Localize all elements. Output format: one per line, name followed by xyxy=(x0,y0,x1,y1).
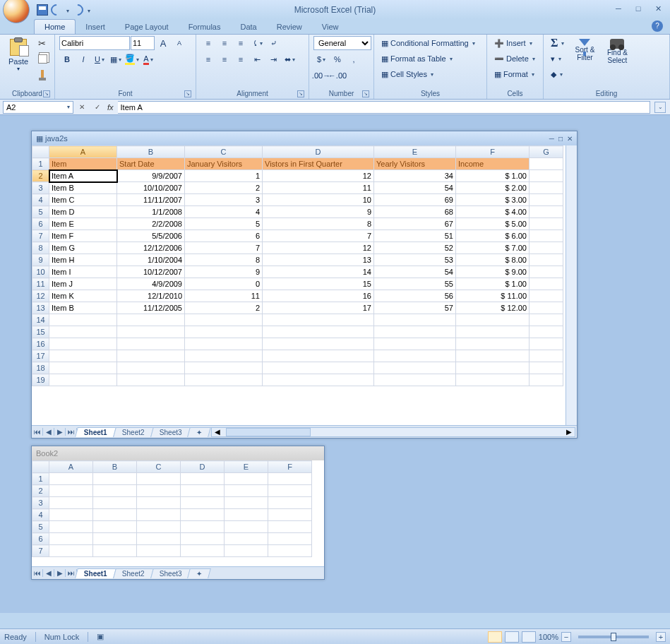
wb2-titlebar[interactable]: Book2 xyxy=(32,446,324,460)
fx-icon[interactable]: fx xyxy=(107,103,114,112)
wb2-sheet2-tab[interactable]: Sheet2 xyxy=(113,568,153,578)
tab-home[interactable]: Home xyxy=(34,19,76,34)
border-button[interactable]: ▦ xyxy=(108,52,124,66)
zoom-in-button[interactable]: + xyxy=(656,632,666,642)
format-cells-button[interactable]: ▦Format xyxy=(491,67,539,81)
wrap-text-button[interactable]: ⤶ xyxy=(265,36,281,50)
tab-formulas[interactable]: Formulas xyxy=(179,20,231,34)
expand-formula-bar[interactable]: ⌄ xyxy=(654,102,666,113)
decrease-decimal-button[interactable]: ←.00 xyxy=(330,68,345,83)
font-launcher[interactable]: ↘ xyxy=(184,90,191,97)
page-layout-view-button[interactable] xyxy=(505,631,519,643)
format-painter-button[interactable] xyxy=(35,67,50,81)
increase-decimal-button[interactable]: .00→ xyxy=(313,68,329,83)
paste-icon xyxy=(10,39,27,56)
cell-styles-button[interactable]: ▦Cell Styles xyxy=(378,67,482,81)
macro-record-icon[interactable]: ▣ xyxy=(97,632,104,641)
zoom-level[interactable]: 100% xyxy=(539,633,558,641)
underline-button[interactable]: U xyxy=(92,52,107,66)
wb2-tab-prev[interactable]: ◀ xyxy=(43,569,54,577)
font-size-input[interactable] xyxy=(131,36,155,50)
wb1-vscroll[interactable] xyxy=(566,145,577,425)
font-name-input[interactable] xyxy=(59,36,130,50)
tab-review[interactable]: Review xyxy=(267,20,312,34)
maximize-button[interactable]: □ xyxy=(630,3,646,14)
wb2-tab-next[interactable]: ▶ xyxy=(54,569,66,577)
font-color-button[interactable]: A xyxy=(140,52,156,66)
wb1-close[interactable]: ✕ xyxy=(567,135,573,143)
grow-font-button[interactable]: A xyxy=(155,36,171,50)
merge-center-button[interactable]: ⬌ xyxy=(282,52,297,66)
increase-indent-button[interactable]: ⇥ xyxy=(265,52,281,66)
wb1-grid[interactable]: ABCDEFG1ItemStart DateJanuary VisitorsVi… xyxy=(32,145,563,386)
comma-button[interactable]: , xyxy=(346,52,361,66)
find-select-button[interactable]: Find & Select xyxy=(602,36,632,64)
status-numlock: Num Lock xyxy=(44,633,80,641)
cut-button[interactable]: ✂ xyxy=(35,36,50,50)
wb1-maximize[interactable]: □ xyxy=(558,135,563,143)
wb1-new-sheet-tab[interactable]: ✦ xyxy=(187,427,211,437)
tab-insert[interactable]: Insert xyxy=(76,20,115,34)
formula-input[interactable] xyxy=(118,101,650,114)
group-number: General $ % , .00→ ←.00 Number↘ xyxy=(309,35,374,99)
close-button[interactable]: ✕ xyxy=(650,3,666,14)
sort-filter-button[interactable]: Sort & Filter xyxy=(570,36,599,61)
wb2-sheet1-tab[interactable]: Sheet1 xyxy=(75,568,116,578)
shrink-font-button[interactable]: A xyxy=(172,36,187,50)
conditional-formatting-button[interactable]: ▦Conditional Formatting xyxy=(378,36,482,50)
tab-data[interactable]: Data xyxy=(230,20,266,34)
help-icon[interactable]: ? xyxy=(652,20,663,32)
zoom-slider[interactable] xyxy=(578,636,649,638)
status-bar: Ready Num Lock ▣ 100% − + xyxy=(0,628,670,644)
fill-color-button[interactable]: 🪣 xyxy=(124,52,140,66)
cancel-formula-button[interactable]: ✕ xyxy=(76,102,88,113)
delete-icon: ➖ xyxy=(494,54,504,64)
wb1-tab-first[interactable]: ⏮ xyxy=(32,428,43,436)
number-launcher[interactable]: ↘ xyxy=(362,90,369,97)
align-top-button[interactable]: ≡ xyxy=(201,36,216,50)
insert-cells-button[interactable]: ➕Insert xyxy=(491,36,539,50)
bold-button[interactable]: B xyxy=(59,52,75,66)
wb1-sheet2-tab[interactable]: Sheet2 xyxy=(113,427,153,437)
page-break-view-button[interactable] xyxy=(522,631,536,643)
wb1-sheet3-tab[interactable]: Sheet3 xyxy=(150,427,191,437)
number-format-select[interactable]: General xyxy=(313,36,371,50)
autosum-button[interactable]: Σ xyxy=(548,36,567,50)
align-center-button[interactable]: ≡ xyxy=(217,52,232,66)
zoom-out-button[interactable]: − xyxy=(561,632,571,642)
name-box[interactable]: A2▾ xyxy=(3,101,73,114)
wb1-minimize[interactable]: ─ xyxy=(549,135,554,143)
percent-button[interactable]: % xyxy=(330,52,345,66)
delete-cells-button[interactable]: ➖Delete xyxy=(491,52,539,66)
wb1-tab-next[interactable]: ▶ xyxy=(54,428,66,436)
align-middle-button[interactable]: ≡ xyxy=(217,36,232,50)
paste-button[interactable]: Paste ▾ xyxy=(4,36,32,72)
clear-button[interactable]: ◆ xyxy=(548,67,567,81)
align-left-button[interactable]: ≡ xyxy=(201,52,216,66)
currency-button[interactable]: $ xyxy=(313,52,329,66)
tab-page-layout[interactable]: Page Layout xyxy=(115,20,179,34)
tab-view[interactable]: View xyxy=(312,20,349,34)
normal-view-button[interactable] xyxy=(488,631,502,643)
wb2-sheet3-tab[interactable]: Sheet3 xyxy=(150,568,191,578)
decrease-indent-button[interactable]: ⇤ xyxy=(249,52,265,66)
wb1-titlebar[interactable]: ▦ java2s ─ □ ✕ xyxy=(32,131,577,145)
format-as-table-button[interactable]: ▦Format as Table xyxy=(378,52,482,66)
enter-formula-button[interactable]: ✓ xyxy=(92,102,103,113)
wb1-tab-prev[interactable]: ◀ xyxy=(43,428,54,436)
clipboard-launcher[interactable]: ↘ xyxy=(43,90,50,97)
number-label: Number↘ xyxy=(313,88,369,99)
wb2-grid[interactable]: ABCDEF1234567 xyxy=(32,460,312,557)
copy-button[interactable] xyxy=(35,52,50,66)
fill-button[interactable]: ▾ xyxy=(548,52,567,66)
align-right-button[interactable]: ≡ xyxy=(233,52,249,66)
wb2-tab-first[interactable]: ⏮ xyxy=(32,569,43,577)
italic-button[interactable]: I xyxy=(76,52,91,66)
wb1-hscroll[interactable]: ◀▶ xyxy=(211,427,575,437)
orientation-button[interactable]: ⤹ xyxy=(249,36,265,50)
wb2-new-sheet-tab[interactable]: ✦ xyxy=(187,568,211,578)
align-bottom-button[interactable]: ≡ xyxy=(233,36,249,50)
alignment-launcher[interactable]: ↘ xyxy=(297,90,304,97)
wb1-sheet1-tab[interactable]: Sheet1 xyxy=(75,427,116,437)
minimize-button[interactable]: ─ xyxy=(611,3,626,14)
